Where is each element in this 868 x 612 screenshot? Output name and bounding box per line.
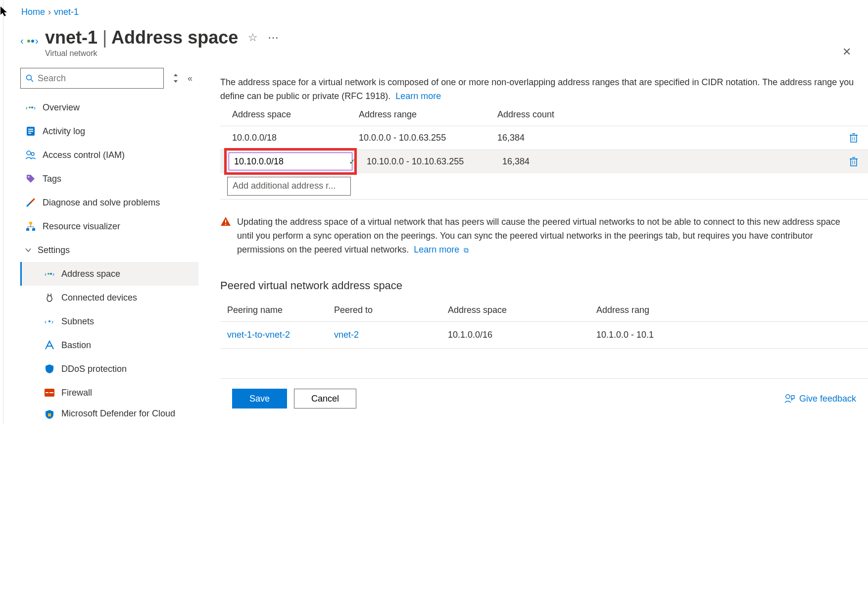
external-link-icon: ⧉ (464, 246, 469, 254)
svg-point-4 (27, 75, 32, 80)
svg-point-1 (27, 40, 30, 43)
svg-text:›: › (34, 104, 36, 111)
learn-more-link[interactable]: Learn more (395, 91, 441, 101)
sidebar: « ‹›Overview Activity log Access control… (7, 68, 205, 424)
nav-label: Access control (IAM) (43, 150, 125, 160)
give-feedback-link[interactable]: Give feedback (784, 394, 856, 404)
svg-rect-34 (48, 413, 51, 416)
nav-label: Firewall (61, 388, 92, 398)
search-input[interactable] (38, 73, 158, 84)
peered-section-title: Peered virtual network address space (220, 279, 868, 292)
svg-point-15 (31, 153, 34, 155)
svg-point-7 (29, 106, 31, 108)
delete-row-button[interactable] (849, 156, 868, 166)
nav-subnets[interactable]: ‹›Subnets (20, 309, 198, 333)
cell-space: 10.0.0.0/18 (220, 133, 359, 143)
svg-rect-45 (225, 220, 226, 223)
plug-icon (44, 292, 55, 304)
title-separator: | (102, 27, 107, 48)
svg-rect-46 (225, 224, 226, 225)
nav-overview[interactable]: ‹›Overview (20, 96, 198, 119)
cursor (0, 6, 9, 17)
address-row-editing: ✓ 10.10.0.0 - 10.10.63.255 16,384 (220, 150, 868, 173)
wrench-icon (25, 197, 37, 208)
warning-learn-more-link[interactable]: Learn more ⧉ (414, 245, 469, 255)
col-address-count: Address count (497, 109, 868, 120)
cell-count: 16,384 (502, 156, 849, 167)
nav-resource-visualizer[interactable]: Resource visualizer (20, 214, 198, 238)
peers-row: vnet-1-to-vnet-2 vnet-2 10.1.0.0/16 10.1… (220, 322, 868, 349)
nav-tags[interactable]: Tags (20, 167, 198, 191)
delete-row-button[interactable] (849, 133, 868, 143)
close-icon[interactable]: ✕ (842, 46, 851, 58)
add-address-input[interactable]: Add additional address r... (227, 177, 351, 196)
svg-point-2 (31, 40, 34, 43)
peer-range: 10.1.0.0 - 10.1 (596, 330, 868, 340)
nav-label: Bastion (61, 340, 91, 351)
feedback-icon (784, 394, 795, 404)
nav-diagnose[interactable]: Diagnose and solve problems (20, 191, 198, 214)
peering-link[interactable]: vnet-1-to-vnet-2 (227, 330, 290, 340)
nav-settings-group[interactable]: Settings (20, 238, 198, 262)
more-actions-icon[interactable]: ⋯ (268, 31, 279, 44)
breadcrumb-resource[interactable]: vnet-1 (54, 7, 79, 17)
subnets-icon: ‹› (44, 315, 55, 327)
address-input-field[interactable] (234, 156, 349, 167)
page-section: Address space (111, 27, 238, 48)
address-space-input[interactable]: ✓ (229, 153, 352, 170)
svg-rect-13 (28, 133, 31, 134)
chevron-right-icon: › (48, 7, 51, 17)
search-icon (26, 74, 34, 82)
nav-firewall[interactable]: Firewall (20, 381, 198, 405)
nav-bastion[interactable]: Bastion (20, 333, 198, 357)
svg-point-14 (27, 151, 31, 155)
shield-icon (44, 363, 55, 375)
save-button[interactable]: Save (232, 389, 287, 408)
cell-count: 16,384 (497, 133, 849, 143)
feedback-label: Give feedback (799, 394, 856, 404)
nav-ddos[interactable]: DDoS protection (20, 357, 198, 381)
svg-point-28 (48, 320, 50, 322)
breadcrumb-home[interactable]: Home (21, 7, 45, 17)
nav-address-space[interactable]: ‹›Address space (20, 262, 198, 286)
svg-text:‹: ‹ (20, 35, 24, 46)
sidebar-search[interactable] (20, 68, 164, 89)
svg-text:‹: ‹ (45, 318, 47, 325)
col-peer-range: Address rang (596, 305, 868, 315)
cancel-button[interactable]: Cancel (294, 389, 356, 408)
peered-to-link[interactable]: vnet-2 (334, 330, 359, 340)
svg-point-16 (28, 176, 30, 178)
svg-text:‹: ‹ (26, 104, 28, 111)
cell-range: 10.10.0.0 - 10.10.63.255 (364, 156, 502, 167)
footer: Save Cancel Give feedback (220, 378, 868, 418)
col-peered-to: Peered to (334, 305, 448, 315)
svg-rect-32 (46, 392, 48, 393)
nav-label: Microsoft Defender for Cloud (61, 408, 175, 419)
nav-label: Activity log (43, 126, 85, 137)
svg-rect-33 (49, 392, 53, 393)
resource-type: Virtual network (45, 49, 279, 58)
svg-point-21 (48, 273, 49, 275)
nav-connected-devices[interactable]: Connected devices (20, 286, 198, 309)
chevron-down-icon (25, 247, 32, 254)
people-icon (25, 149, 37, 161)
svg-rect-18 (26, 228, 29, 231)
trash-icon (849, 133, 858, 143)
firewall-icon (44, 387, 55, 399)
col-peer-space: Address space (448, 305, 596, 315)
svg-rect-11 (28, 129, 33, 130)
nav-activity-log[interactable]: Activity log (20, 119, 198, 143)
cell-range: 10.0.0.0 - 10.0.63.255 (359, 133, 497, 143)
favorite-star-icon[interactable]: ☆ (248, 31, 258, 44)
vnet-icon: ‹ › (20, 31, 40, 51)
nav-label: Diagnose and solve problems (43, 198, 160, 208)
nav-label: Overview (43, 102, 80, 113)
tag-icon (25, 173, 37, 185)
peers-table-header: Peering name Peered to Address space Add… (220, 299, 868, 322)
nav-iam[interactable]: Access control (IAM) (20, 143, 198, 167)
collapse-sidebar-icon[interactable]: « (188, 73, 193, 84)
sort-toggle-icon[interactable] (173, 74, 179, 83)
nav-defender[interactable]: Microsoft Defender for Cloud (20, 405, 198, 424)
nav-label: Subnets (61, 316, 94, 327)
svg-rect-19 (32, 228, 35, 231)
